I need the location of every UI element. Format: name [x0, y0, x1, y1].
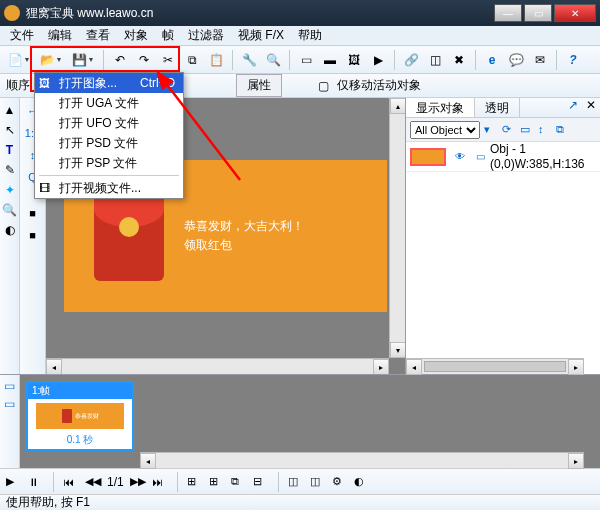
tool-zoom[interactable]: 🔍 [2, 202, 18, 218]
panel-close-icon[interactable]: ✕ [582, 98, 600, 117]
panel-icon-4[interactable]: ↕ [538, 123, 552, 137]
menuitem-open-video[interactable]: 🎞 打开视频文件... [35, 178, 183, 198]
menu-video-fx[interactable]: 视频 F/X [232, 25, 290, 46]
canvas-scrollbar-v[interactable]: ▴▾ [389, 98, 405, 358]
panel-select-row: All Object ▾ ⟳ ▭ ↕ ⧉ [406, 118, 600, 142]
ie-button[interactable]: e [481, 49, 503, 71]
menu-edit[interactable]: 编辑 [42, 25, 78, 46]
frame-thumb[interactable]: 1:帧 恭喜发财 0.1 秒 [26, 381, 134, 451]
tool-eyedrop[interactable]: ◐ [2, 222, 18, 238]
link-button[interactable]: 🔗 [400, 49, 422, 71]
tab-transparency[interactable]: 透明 [475, 98, 520, 117]
tool-text[interactable]: T [2, 142, 18, 158]
minimize-button[interactable]: — [494, 4, 522, 22]
left-toolstrip: ▲ ↖ T ✎ ✦ 🔍 ◐ [0, 98, 20, 374]
timeline-scrollbar-h[interactable]: ◂▸ [140, 452, 584, 468]
canvas-text-line1: 恭喜发财，大吉大利！ [184, 217, 304, 236]
timeline-side-btn-2[interactable]: ▭ [4, 397, 15, 411]
panel-icon-5[interactable]: ⧉ [556, 123, 570, 137]
close-button[interactable]: ✕ [554, 4, 596, 22]
redo-button[interactable]: ↷ [133, 49, 155, 71]
object-thumb [410, 148, 446, 166]
tl-play[interactable]: ▶ [6, 475, 22, 488]
tl-prev[interactable]: ◀◀ [85, 475, 101, 488]
tool-pen[interactable]: ✎ [2, 162, 18, 178]
menu-help[interactable]: 帮助 [292, 25, 328, 46]
image-button[interactable]: 🖼 [343, 49, 365, 71]
object-filter-select[interactable]: All Object [410, 121, 480, 139]
panel-link-icon[interactable]: ↗ [564, 98, 582, 117]
bg-swatch[interactable]: ■ [22, 226, 44, 244]
open-file-dropdown: 🖼 打开图象... Ctrl+O 打开 UGA 文件 打开 UFO 文件 打开 … [34, 72, 184, 199]
panel-icon-2[interactable]: ⟳ [502, 123, 516, 137]
red-envelope-icon [94, 191, 164, 281]
image-icon: 🖼 [348, 53, 360, 67]
del-icon: ✖ [454, 53, 464, 67]
tool-arrow[interactable]: ↖ [2, 122, 18, 138]
tl-dup[interactable]: ⧉ [231, 475, 247, 488]
chat-button[interactable]: 💬 [505, 49, 527, 71]
new-file-button[interactable]: 📄▼ [4, 49, 34, 71]
paste-button[interactable]: 📋 [205, 49, 227, 71]
undo-button[interactable]: ↶ [109, 49, 131, 71]
canvas-text: 恭喜发财，大吉大利！ 领取红包 [184, 217, 304, 255]
maximize-button[interactable]: ▭ [524, 4, 552, 22]
object-visible-toggle[interactable]: 👁 [452, 149, 468, 165]
tl-pause[interactable]: ⏸ [28, 476, 44, 488]
help-button[interactable]: ? [562, 49, 584, 71]
tl-add-before[interactable]: ⊞ [187, 475, 203, 488]
tab-show-objects[interactable]: 显示对象 [406, 98, 475, 117]
menuitem-open-ufo[interactable]: 打开 UFO 文件 [35, 113, 183, 133]
tl-extra-2[interactable]: ◫ [310, 475, 326, 488]
menu-object[interactable]: 对象 [118, 25, 154, 46]
tl-first[interactable]: ⏮ [63, 476, 79, 488]
menu-filter[interactable]: 过滤器 [182, 25, 230, 46]
canvas-scrollbar-h[interactable]: ◂▸ [46, 358, 389, 374]
rect-button[interactable]: ▭ [295, 49, 317, 71]
play-button[interactable]: ▶ [367, 49, 389, 71]
crop-button[interactable]: ◫ [424, 49, 446, 71]
menuitem-open-psp[interactable]: 打开 PSP 文件 [35, 153, 183, 173]
menu-frame[interactable]: 帧 [156, 25, 180, 46]
properties-button[interactable]: 🔧 [238, 49, 260, 71]
rect-icon: ▭ [301, 53, 312, 67]
mail-button[interactable]: ✉ [529, 49, 551, 71]
cut-button[interactable]: ✂ [157, 49, 179, 71]
object-lock-toggle[interactable]: ▭ [472, 149, 488, 165]
save-file-button[interactable]: 💾▼ [68, 49, 98, 71]
fillrect-button[interactable]: ▬ [319, 49, 341, 71]
tl-remove[interactable]: ⊟ [253, 475, 269, 488]
order-label: 顺序 [6, 77, 30, 94]
delete-button[interactable]: ✖ [448, 49, 470, 71]
moveonly-checkbox[interactable]: ▢ [318, 79, 329, 93]
link-icon: 🔗 [404, 53, 419, 67]
menuitem-open-psd[interactable]: 打开 PSD 文件 [35, 133, 183, 153]
object-list: 👁 ▭ Obj - 1 (0,0)W:385,H:136 ◂▸ [406, 142, 600, 374]
tool-pan[interactable]: ▲ [2, 102, 18, 118]
object-row[interactable]: 👁 ▭ Obj - 1 (0,0)W:385,H:136 [406, 142, 600, 172]
menuitem-open-image-shortcut: Ctrl+O [120, 76, 175, 90]
menuitem-open-uga[interactable]: 打开 UGA 文件 [35, 93, 183, 113]
new-icon: 📄 [8, 53, 23, 67]
objlist-scrollbar-h[interactable]: ◂▸ [406, 358, 584, 374]
tool-wand[interactable]: ✦ [2, 182, 18, 198]
menuitem-open-image[interactable]: 🖼 打开图象... Ctrl+O [35, 73, 183, 93]
frame-duration: 0.1 秒 [67, 433, 94, 449]
moveonly-label: 仅移动活动对象 [337, 77, 421, 94]
menu-file[interactable]: 文件 [4, 25, 40, 46]
tl-add-after[interactable]: ⊞ [209, 475, 225, 488]
tl-extra-4[interactable]: ◐ [354, 475, 370, 488]
open-file-button[interactable]: 📂▼ [36, 49, 66, 71]
tl-next[interactable]: ▶▶ [130, 475, 146, 488]
tl-extra-1[interactable]: ◫ [288, 475, 304, 488]
menu-view[interactable]: 查看 [80, 25, 116, 46]
fg-swatch[interactable]: ■ [22, 204, 44, 222]
props-panel-button[interactable]: 属性 [236, 74, 282, 97]
panel-icon-1[interactable]: ▾ [484, 123, 498, 137]
panel-icon-3[interactable]: ▭ [520, 123, 534, 137]
zoom-button[interactable]: 🔍 [262, 49, 284, 71]
tl-extra-3[interactable]: ⚙ [332, 475, 348, 488]
timeline-side-btn-1[interactable]: ▭ [4, 379, 15, 393]
tl-last[interactable]: ⏭ [152, 476, 168, 488]
copy-button[interactable]: ⧉ [181, 49, 203, 71]
